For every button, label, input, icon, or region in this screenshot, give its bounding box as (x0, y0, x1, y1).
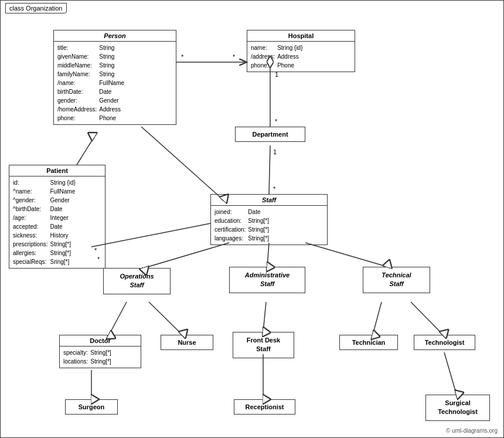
class-staff: Staff joined:Date education:String[*] ce… (210, 194, 328, 245)
svg-line-17 (267, 243, 269, 267)
class-surgical-technologist: SurgicalTechnologist (425, 395, 490, 421)
person-header: Person (54, 30, 176, 42)
doctor-body: specialty:String[*] locations:String[*] (60, 347, 141, 368)
class-receptionist: Receptionist (234, 399, 295, 415)
class-surgeon: Surgeon (65, 399, 118, 415)
class-doctor: Doctor specialty:String[*] locations:Str… (59, 335, 141, 368)
class-operations-staff: OperationsStaff (103, 268, 171, 294)
svg-text:*: * (273, 185, 276, 192)
staff-header: Staff (211, 195, 327, 206)
class-nurse: Nurse (161, 335, 213, 350)
svg-line-23 (411, 302, 443, 335)
class-technologist: Technologist (414, 335, 475, 350)
class-administrative-staff: AdministrativeStaff (229, 267, 305, 293)
person-body: title:String givenName:String middleName… (54, 42, 176, 124)
svg-text:*: * (275, 118, 278, 125)
svg-text:*: * (181, 53, 184, 60)
copyright: © uml-diagrams.org (446, 427, 498, 434)
svg-line-20 (149, 302, 182, 335)
patient-header: Patient (9, 165, 105, 176)
staff-body: joined:Date education:String[*] certific… (211, 206, 327, 245)
svg-line-13 (91, 223, 210, 247)
diagram-container: class Organization Person title:String g… (0, 0, 504, 438)
diagram-title: class Organization (5, 3, 67, 13)
svg-line-21 (263, 302, 266, 332)
svg-line-26 (444, 352, 457, 395)
svg-line-12 (141, 127, 223, 200)
class-patient: Patient id:String {id} ^name:FullName ^g… (9, 165, 105, 269)
class-hospital: Hospital name:String {id} /address:Addre… (247, 30, 355, 72)
class-technical-staff: TechnicalStaff (363, 267, 430, 293)
hospital-body: name:String {id} /address:Address phone:… (247, 42, 355, 72)
svg-text:*: * (233, 53, 236, 60)
class-person: Person title:String givenName:String mid… (53, 30, 176, 125)
svg-line-22 (373, 302, 382, 335)
hospital-header: Hospital (247, 30, 355, 42)
doctor-header: Doctor (60, 335, 141, 347)
class-technician: Technician (339, 335, 398, 350)
svg-line-16 (144, 243, 229, 268)
svg-text:1: 1 (273, 148, 277, 155)
patient-body: id:String {id} ^name:FullName ^gender:Ge… (9, 176, 105, 268)
svg-line-8 (269, 145, 270, 194)
class-front-desk-staff: Front DeskStaff (233, 332, 294, 358)
svg-line-18 (305, 243, 387, 267)
svg-line-11 (77, 137, 94, 165)
class-department: Department (235, 127, 305, 142)
svg-line-19 (109, 302, 127, 335)
